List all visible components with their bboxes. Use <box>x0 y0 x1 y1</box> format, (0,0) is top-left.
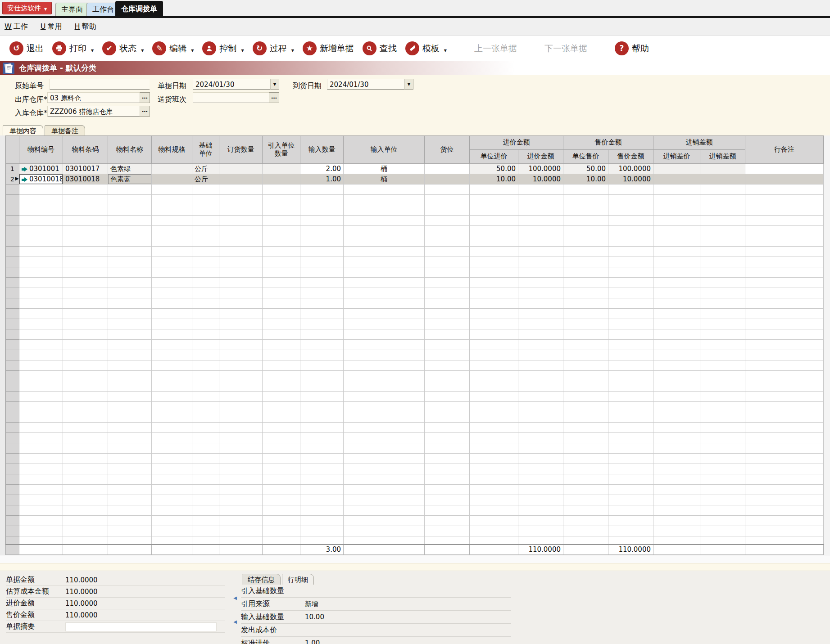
cell-unit_buy[interactable] <box>470 226 518 236</box>
cell-name[interactable] <box>108 216 152 226</box>
cell-location[interactable] <box>425 267 470 278</box>
cell-buy_amt[interactable] <box>518 247 563 257</box>
row-number-cell[interactable] <box>6 412 19 423</box>
cell-unit_sell[interactable] <box>563 329 608 340</box>
row-number-cell[interactable]: 1 <box>6 164 19 174</box>
grid-empty-row[interactable] <box>6 526 824 536</box>
cell-diff_price[interactable] <box>653 454 700 464</box>
cell-unit_sell[interactable] <box>563 526 608 536</box>
cell-location[interactable] <box>425 226 470 236</box>
row-number-cell[interactable] <box>6 278 19 288</box>
cell-remark[interactable] <box>745 464 824 474</box>
cell-input_qty[interactable] <box>300 257 344 267</box>
cell-base_unit[interactable] <box>192 454 219 464</box>
cell-diff_amt[interactable] <box>700 298 745 309</box>
cell-remark[interactable] <box>745 164 824 174</box>
cell-code[interactable] <box>19 485 63 495</box>
cell-input_unit[interactable] <box>344 516 425 526</box>
row-number-cell[interactable] <box>6 433 19 443</box>
cell-base_unit[interactable] <box>192 319 219 329</box>
cell-name[interactable]: 色素蓝 <box>108 174 152 185</box>
cell-code[interactable] <box>19 516 63 526</box>
cell-location[interactable] <box>425 278 470 288</box>
cell-unit_sell[interactable] <box>563 412 608 423</box>
cell-base_unit[interactable] <box>192 288 219 298</box>
cell-remark[interactable] <box>745 247 824 257</box>
cell-diff_price[interactable] <box>653 443 700 454</box>
cell-barcode[interactable] <box>63 319 108 329</box>
cell-diff_amt[interactable] <box>700 329 745 340</box>
toolbar-prev-doc-button[interactable]: 上一张单据 <box>472 43 519 54</box>
cell-order_qty[interactable] <box>219 495 263 505</box>
cell-import_qty[interactable] <box>263 174 300 185</box>
cell-code[interactable] <box>19 412 63 423</box>
cell-unit_buy[interactable] <box>470 185 518 195</box>
cell-input_unit[interactable] <box>344 495 425 505</box>
cell-order_qty[interactable] <box>219 474 263 485</box>
cell-order_qty[interactable] <box>219 516 263 526</box>
cell-remark[interactable] <box>745 309 824 319</box>
col-header-buy_amt[interactable]: 进价金额 <box>518 150 563 164</box>
toolbar-status-button[interactable]: ✔状态 <box>100 41 146 55</box>
row-number-cell[interactable] <box>6 185 19 195</box>
cell-barcode[interactable] <box>63 267 108 278</box>
cell-sell_amt[interactable] <box>608 454 653 464</box>
cell-input_qty[interactable] <box>300 267 344 278</box>
cell-remark[interactable] <box>745 443 824 454</box>
cell-unit_buy[interactable] <box>470 309 518 319</box>
cell-buy_amt[interactable] <box>518 257 563 267</box>
menu-item-w[interactable]: W工作 <box>5 22 28 32</box>
grid-empty-row[interactable] <box>6 205 824 216</box>
cell-location[interactable] <box>425 340 470 350</box>
cell-remark[interactable] <box>745 516 824 526</box>
cell-barcode[interactable] <box>63 392 108 402</box>
tab-main-screen[interactable]: 主界面 <box>55 3 89 16</box>
cell-location[interactable] <box>425 371 470 381</box>
cell-import_qty[interactable] <box>263 164 300 174</box>
cell-base_unit[interactable] <box>192 402 219 412</box>
cell-base_unit[interactable] <box>192 278 219 288</box>
grid-empty-row[interactable] <box>6 402 824 412</box>
cell-sell_amt[interactable] <box>608 216 653 226</box>
cell-unit_buy[interactable] <box>470 267 518 278</box>
cell-unit_sell[interactable] <box>563 402 608 412</box>
out-warehouse-value[interactable]: 03 原料仓 <box>47 92 140 103</box>
cell-code[interactable]: 03010018 <box>19 174 63 185</box>
cell-base_unit[interactable] <box>192 443 219 454</box>
cell-spec[interactable] <box>152 216 192 226</box>
cell-import_qty[interactable] <box>263 454 300 464</box>
menu-item-h[interactable]: H帮助 <box>75 22 96 32</box>
cell-diff_price[interactable] <box>653 267 700 278</box>
original-no-value[interactable] <box>50 79 150 90</box>
cell-unit_sell[interactable] <box>563 247 608 257</box>
cell-unit_buy[interactable] <box>470 360 518 371</box>
grid-empty-row[interactable] <box>6 485 824 495</box>
cell-spec[interactable] <box>152 329 192 340</box>
cell-spec[interactable] <box>152 505 192 516</box>
cell-code[interactable] <box>19 298 63 309</box>
cell-import_qty[interactable] <box>263 464 300 474</box>
cell-diff_price[interactable] <box>653 174 700 185</box>
cell-spec[interactable] <box>152 392 192 402</box>
cell-unit_sell[interactable] <box>563 464 608 474</box>
toolbar-help-button[interactable]: ?帮助 <box>612 41 651 55</box>
grid-empty-row[interactable] <box>6 185 824 195</box>
cell-import_qty[interactable] <box>263 205 300 216</box>
cell-location[interactable] <box>425 516 470 526</box>
cell-input_unit[interactable] <box>344 278 425 288</box>
menu-item-u[interactable]: U常用 <box>41 22 62 32</box>
cell-order_qty[interactable] <box>219 350 263 360</box>
cell-code[interactable] <box>19 464 63 474</box>
row-number-cell[interactable] <box>6 195 19 205</box>
cell-code[interactable] <box>19 309 63 319</box>
cell-base_unit[interactable] <box>192 257 219 267</box>
cell-import_qty[interactable] <box>263 360 300 371</box>
cell-diff_price[interactable] <box>653 226 700 236</box>
cell-remark[interactable] <box>745 298 824 309</box>
out-warehouse-field[interactable]: 03 原料仓 <box>47 92 150 103</box>
cell-order_qty[interactable] <box>219 174 263 185</box>
cell-spec[interactable] <box>152 402 192 412</box>
cell-code[interactable] <box>19 350 63 360</box>
cell-unit_buy[interactable] <box>470 402 518 412</box>
cell-diff_amt[interactable] <box>700 485 745 495</box>
